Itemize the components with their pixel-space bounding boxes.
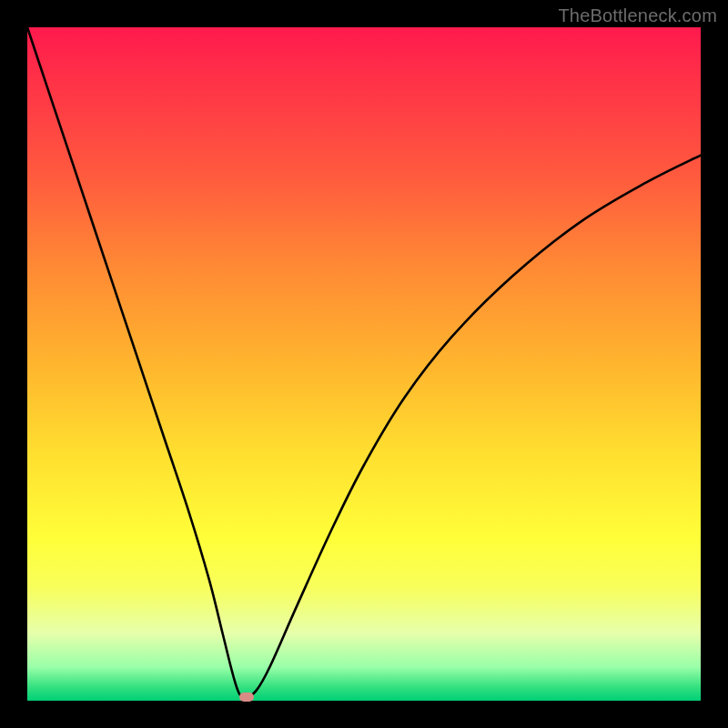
min-marker bbox=[239, 693, 254, 702]
watermark-text: TheBottleneck.com bbox=[558, 5, 717, 26]
bottleneck-curve bbox=[27, 27, 701, 701]
plot-area bbox=[27, 27, 701, 701]
chart-frame: TheBottleneck.com bbox=[0, 0, 728, 728]
